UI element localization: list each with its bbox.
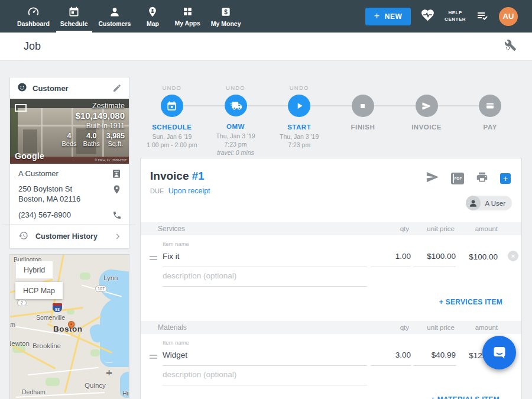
home-stats: 4Beds 4.0Baths 3,985Sq.ft. — [62, 132, 125, 147]
invoice-actions: PDF + — [426, 170, 511, 186]
interstate-93-shield: 93 — [53, 303, 62, 312]
chevron-right-icon — [113, 232, 122, 241]
material-item-name-input[interactable] — [163, 350, 367, 366]
nav-item-map[interactable]: Map — [136, 0, 169, 33]
map-label-hingham: Hingham — [122, 390, 129, 397]
dashboard-icon — [27, 5, 40, 18]
map-widget[interactable]: Burlington Lynn Somerville Waltham Bosto… — [9, 254, 129, 399]
top-nav: Dashboard Schedule Customers Map My Apps… — [0, 0, 532, 33]
remove-service-item-button[interactable]: × — [508, 251, 518, 261]
pdf-icon[interactable]: PDF — [451, 173, 464, 184]
nav-item-my-apps[interactable]: My Apps — [169, 0, 205, 33]
truck-icon — [230, 100, 242, 112]
service-item-name-input[interactable] — [163, 251, 367, 267]
zillow-copyright: © Zillow, Inc. 2006-2017 — [95, 158, 126, 162]
route-107-shield: 107 — [95, 286, 107, 292]
invoice-step-button[interactable] — [416, 95, 438, 117]
page-title: Job — [24, 40, 41, 53]
svg-text:$: $ — [224, 8, 228, 15]
zoom-out-button[interactable]: − — [106, 362, 112, 384]
phone-icon[interactable] — [112, 210, 122, 220]
zestimate-label: Zestimate — [62, 102, 125, 110]
nav-item-label: My Money — [211, 20, 241, 27]
hcp-map-button[interactable]: HCP Map — [15, 282, 63, 299]
service-unit-price-input[interactable] — [413, 251, 456, 267]
drag-handle[interactable] — [150, 355, 157, 361]
streetview-frame-icon — [15, 104, 27, 112]
add-invoice-button[interactable]: + — [500, 173, 511, 184]
customer-card: Customer Zestimate $10,149,080 Built in … — [9, 77, 129, 249]
send-invoice-icon[interactable] — [426, 170, 439, 186]
map-label-somerville: Somerville — [36, 314, 65, 321]
contact-card-icon[interactable] — [111, 168, 122, 179]
material-qty-input[interactable] — [371, 350, 411, 366]
customer-history-row[interactable]: Customer History — [10, 225, 129, 248]
map-label-waltham: Waltham — [9, 321, 15, 328]
map-label-newton: Newton — [9, 340, 30, 347]
nav-item-customers[interactable]: Customers — [93, 0, 137, 33]
person-icon — [109, 6, 121, 18]
print-icon[interactable] — [476, 171, 488, 186]
location-pin-icon[interactable] — [112, 184, 122, 194]
undo-schedule-link[interactable]: UNDO — [162, 85, 181, 91]
google-watermark: Google — [15, 151, 44, 161]
omw-step-button[interactable] — [225, 95, 247, 116]
customer-history-label: Customer History — [35, 232, 98, 241]
customer-phone: (234) 567-8900 — [18, 210, 71, 219]
nav-item-label: Map — [147, 20, 159, 27]
customer-details: A Customer 250 Boylston St Boston, MA 02… — [10, 164, 129, 220]
undo-start-link[interactable]: UNDO — [290, 85, 309, 91]
timeline-step-schedule: UNDO SCHEDULE Sun, Jan 6 '191:00 pm - 2:… — [140, 77, 204, 157]
health-heart-icon[interactable] — [420, 8, 435, 25]
dollar-icon: $ — [220, 6, 232, 18]
nav-item-label: Schedule — [60, 20, 88, 27]
service-amount: $100.00 — [469, 252, 498, 261]
chat-widget-button[interactable] — [482, 336, 516, 369]
material-unit-price-input[interactable] — [413, 350, 456, 366]
calendar-icon — [166, 100, 177, 112]
new-button[interactable]: + NEW — [365, 8, 411, 25]
add-services-item-link[interactable]: + SERVICES ITEM — [439, 298, 502, 306]
checklist-icon[interactable] — [475, 8, 489, 25]
service-qty-input[interactable] — [371, 251, 411, 267]
map-type-hybrid-button[interactable]: Hybrid — [15, 261, 53, 278]
nav-item-my-money[interactable]: $ My Money — [206, 0, 246, 33]
plus-icon: + — [374, 11, 380, 21]
item-name-label: Item name — [163, 339, 189, 346]
start-step-button[interactable] — [288, 95, 310, 117]
service-description-input[interactable] — [163, 271, 367, 287]
job-tools-icon[interactable] — [504, 39, 517, 54]
help-center-link[interactable]: HELP CENTER — [445, 10, 466, 22]
nav-item-dashboard[interactable]: Dashboard — [12, 0, 55, 33]
user-avatar[interactable]: AU — [499, 7, 518, 26]
due-value-link[interactable]: Upon receipt — [168, 187, 210, 195]
map-label-quincy: Quincy — [85, 382, 106, 389]
drag-handle[interactable] — [150, 256, 157, 262]
invoice-title: Invoice#1 — [150, 170, 205, 183]
nav-item-label: My Apps — [174, 20, 200, 27]
assignee-chip[interactable]: A User — [466, 196, 512, 210]
send-icon — [421, 101, 432, 111]
new-button-label: NEW — [385, 12, 403, 21]
calendar-icon — [68, 6, 80, 18]
edit-pencil-icon[interactable] — [112, 83, 122, 93]
help-center-line1: HELP — [445, 10, 466, 16]
undo-omw-link[interactable]: UNDO — [226, 85, 245, 91]
credit-card-icon — [485, 100, 495, 111]
invoice-due: DUE Upon receipt — [150, 187, 210, 195]
apps-grid-icon — [182, 6, 193, 17]
materials-section-header: Materials qty unit price amount — [141, 321, 521, 334]
map-label-dedham: Dedham — [22, 388, 46, 395]
timeline-step-invoice: INVOICE — [395, 77, 459, 157]
item-name-label: Item name — [163, 241, 189, 247]
nav-item-schedule[interactable]: Schedule — [55, 0, 93, 33]
material-description-input[interactable] — [163, 369, 367, 385]
timeline-step-pay: PAY — [458, 77, 522, 157]
add-materials-item-link[interactable]: + MATERIALS ITEM — [431, 395, 499, 399]
finish-step-button[interactable] — [352, 95, 374, 117]
customer-name: A Customer — [18, 169, 59, 178]
play-icon — [294, 100, 304, 111]
schedule-step-button[interactable] — [161, 95, 183, 117]
map-label-brookline: Brookline — [33, 342, 61, 349]
pay-step-button[interactable] — [479, 95, 501, 117]
